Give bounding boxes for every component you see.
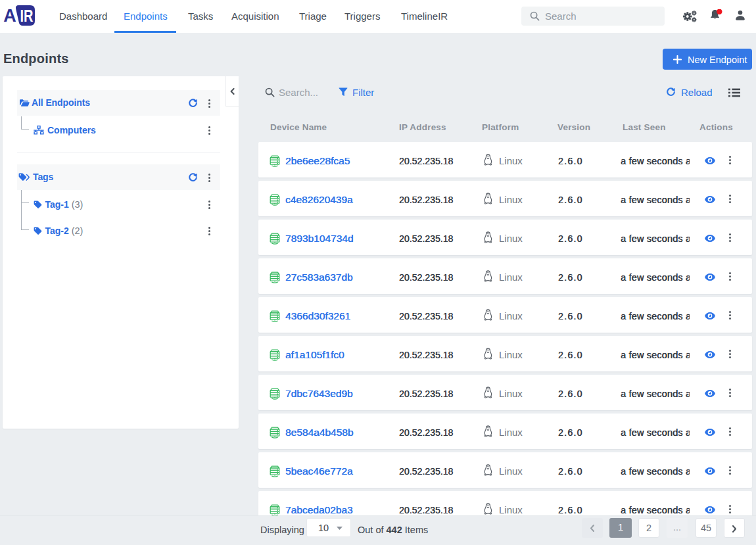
svg-text:IR: IR [20, 6, 34, 26]
svg-text:A: A [3, 6, 16, 26]
